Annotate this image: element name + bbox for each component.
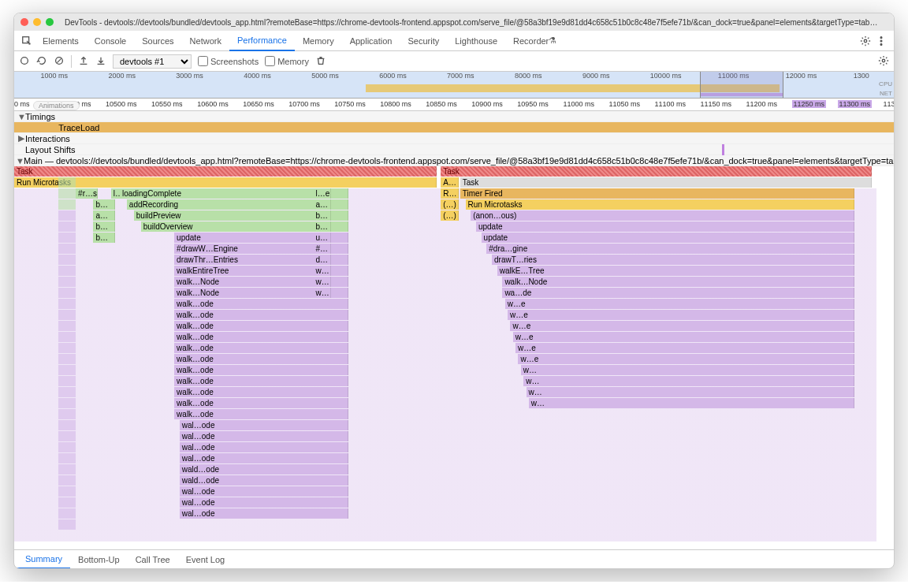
memory-checkbox[interactable]: Memory [265,56,309,66]
target-selector[interactable]: devtools #1 [113,54,192,69]
flame-entry[interactable]: wal…ode [180,486,348,497]
flame-entry[interactable]: b… [93,221,115,232]
timeline-overview[interactable]: 1000 ms2000 ms3000 ms4000 ms5000 ms6000 … [14,72,894,99]
delete-icon[interactable] [315,55,326,68]
flame-entry[interactable]: walk…ode [174,310,348,320]
tab-sources[interactable]: Sources [134,31,181,51]
tab-security[interactable]: Security [400,31,447,51]
minimize-icon[interactable] [33,18,41,26]
flame-entry[interactable]: walk…ode [174,387,348,397]
flame-entry[interactable]: a… [93,210,115,221]
upload-icon[interactable] [78,55,89,68]
flame-entry[interactable]: wal…ode [180,420,348,430]
tab-memory[interactable]: Memory [295,31,342,51]
flame-entry[interactable]: (…) [441,210,458,221]
flame-entry[interactable]: drawT…ries [492,255,854,265]
close-icon[interactable] [20,18,28,26]
flame-entry[interactable]: Timer Fired [460,188,854,199]
flame-entry[interactable]: update [482,233,854,243]
flame-entry[interactable]: walk…ode [174,409,348,419]
flame-entry[interactable]: wal…ode [180,453,348,463]
flame-entry[interactable]: b… [313,210,330,221]
more-icon[interactable] [873,33,889,49]
clear-icon[interactable] [54,55,65,68]
tab-application[interactable]: Application [342,31,400,51]
perf-settings-icon[interactable] [878,55,889,68]
flame-entry[interactable]: #… [313,244,330,254]
flame-entry[interactable]: Task [460,177,872,188]
interactions-header[interactable]: ▶Interactions [14,133,894,144]
traceload-row[interactable]: TraceLoadTraceLoad [14,122,894,133]
flame-entry[interactable]: w… [529,398,854,408]
flame-entry[interactable]: wal…ode [180,431,348,441]
flame-entry[interactable]: wal…ode [180,508,348,519]
flame-entry[interactable]: walk…ode [174,321,348,331]
flame-entry[interactable]: Run Microtasks [466,199,854,210]
flame-entry[interactable]: wal…ode [180,442,348,452]
time-ruler[interactable]: 0 ms10450 ms10500 ms10550 ms10600 ms1065… [14,99,894,111]
details-tab-event-log[interactable]: Event Log [178,550,233,569]
timings-header[interactable]: ▼Timings [14,111,894,122]
flame-entry[interactable]: walkE…Tree [497,266,854,276]
flame-entry[interactable]: w… [313,288,330,298]
flame-entry[interactable]: wa…de [502,288,854,298]
flame-entry[interactable]: walk…ode [174,332,348,342]
flame-chart[interactable]: TaskTaskRun MicrotasksA…Task#r…sl…eloadi… [14,166,894,549]
flame-entry[interactable]: d… [313,255,330,265]
download-icon[interactable] [95,55,106,68]
flame-entry[interactable]: w… [527,387,854,397]
flame-entry[interactable]: Task [441,166,872,177]
flame-entry[interactable]: l…e [313,188,330,199]
flame-entry[interactable]: w… [313,277,330,287]
flame-entry[interactable]: u… [313,233,330,243]
tab-recorder[interactable]: Recorder ⚗ [505,31,564,51]
flame-entry[interactable]: A… [441,177,458,188]
flame-entry[interactable]: w…e [508,310,854,320]
flame-entry[interactable]: Task [14,166,437,177]
flame-entry[interactable]: walk…ode [174,299,348,309]
details-tab-summary[interactable]: Summary [17,550,70,569]
flame-entry[interactable]: w…e [515,343,854,353]
flame-entry[interactable]: (…) [441,199,458,210]
expand-icon[interactable]: ▶ [17,133,25,143]
flame-entry[interactable]: w…e [518,354,854,364]
inspect-icon[interactable] [19,33,35,49]
details-tab-bottom-up[interactable]: Bottom-Up [70,550,128,569]
flame-entry[interactable]: (anon…ous) [471,210,854,221]
flame-entry[interactable]: #r…s [76,188,98,199]
settings-icon[interactable] [858,33,873,49]
tab-performance[interactable]: Performance [229,31,295,51]
tab-console[interactable]: Console [87,31,134,51]
tab-lighthouse[interactable]: Lighthouse [447,31,505,51]
collapse-icon[interactable]: ▼ [17,112,25,121]
flame-entry[interactable]: walk…ode [174,365,348,375]
flame-entry[interactable]: R… [441,188,458,199]
flame-entry[interactable]: walk…ode [174,376,348,386]
flame-entry[interactable]: walk…ode [174,354,348,364]
flame-entry[interactable]: b… [313,221,330,232]
screenshots-checkbox[interactable]: Screenshots [198,56,259,66]
flame-entry[interactable]: #dra…gine [486,244,854,254]
flame-entry[interactable]: wald…ode [180,475,348,486]
reload-icon[interactable] [36,55,47,68]
flame-entry[interactable]: w…e [510,321,854,331]
flame-entry[interactable]: wald…ode [180,464,348,474]
flame-entry[interactable]: w… [523,376,854,386]
flame-entry[interactable]: w…e [505,299,854,309]
flame-entry[interactable]: update [476,221,854,232]
flame-entry[interactable]: walk…ode [174,343,348,353]
flame-entry[interactable]: w…e [513,332,854,342]
flame-entry[interactable]: w… [313,266,330,276]
layout-shifts-header[interactable]: Layout Shifts [14,144,894,155]
tab-elements[interactable]: Elements [35,31,87,51]
zoom-icon[interactable] [46,18,54,26]
flame-entry[interactable]: a… [313,199,330,210]
flame-entry[interactable]: w… [521,365,854,375]
main-thread-header[interactable]: ▼Main — devtools://devtools/bundled/devt… [14,155,894,166]
flame-entry[interactable]: walk…Node [502,277,854,287]
collapse-icon[interactable]: ▼ [16,156,24,166]
flame-entry[interactable]: wal…ode [180,497,348,508]
record-icon[interactable] [19,55,30,68]
flame-entry[interactable]: Run Microtasks [14,177,437,188]
flame-entry[interactable]: b… [93,233,115,243]
